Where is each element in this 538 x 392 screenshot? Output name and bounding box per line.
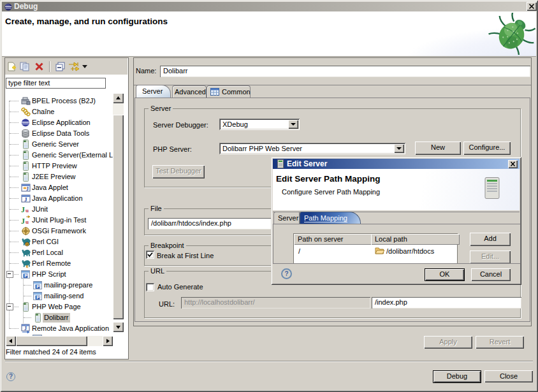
svg-text:u: u [25,219,29,225]
svg-text:J: J [21,205,25,214]
svg-text:J: J [24,326,27,331]
svg-text:P: P [24,273,27,279]
svg-text:P: P [36,284,40,289]
svg-text:u: u [25,207,29,214]
svg-text:J: J [21,217,25,225]
svg-text:J: J [24,196,27,203]
svg-text:P: P [36,294,40,300]
svg-text:J: J [26,186,29,192]
